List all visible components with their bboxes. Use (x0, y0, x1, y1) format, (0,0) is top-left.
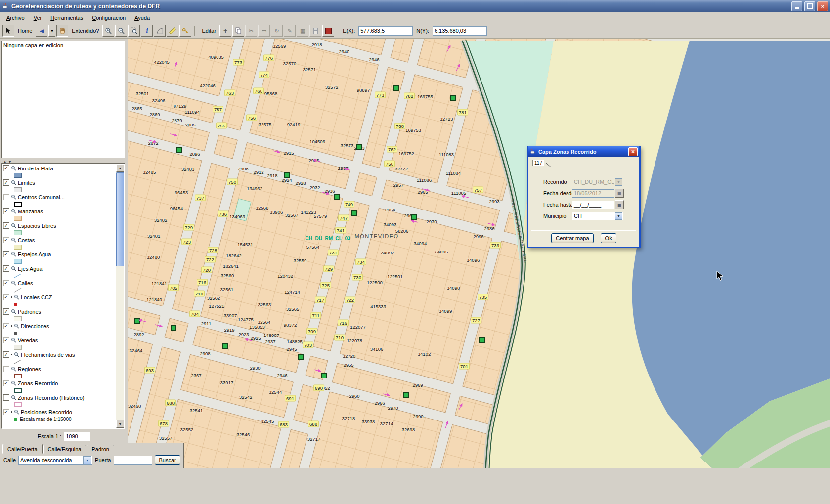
container-marker[interactable] (334, 194, 340, 200)
grid-edit-button[interactable]: ▦ (297, 25, 308, 37)
rotate-feature-button[interactable]: ↻ (271, 25, 283, 37)
zoom-out-button[interactable] (115, 25, 127, 37)
layer-checkbox[interactable]: ✓ (3, 251, 9, 257)
layer-checkbox[interactable]: ✓ (3, 179, 9, 186)
ok-button[interactable]: Ok (601, 233, 616, 243)
layer-checkbox[interactable] (3, 194, 9, 200)
layer-item-espacios-libres[interactable]: ✓Espacios Libres (3, 222, 116, 229)
save-edits-button[interactable] (309, 25, 321, 37)
layer-item-veredas[interactable]: ✓Veredas (3, 336, 116, 344)
extendido-label[interactable]: Extendido? (69, 28, 101, 34)
select-tool-button[interactable] (2, 25, 14, 37)
zoom-in-button[interactable] (102, 25, 114, 37)
add-feature-button[interactable]: + (219, 25, 231, 37)
layer-item-locales-ccz[interactable]: ✓Locales CCZ (3, 294, 116, 301)
menu-ayuda[interactable]: Ayuda (130, 13, 154, 22)
back-button[interactable]: ◀ (36, 25, 47, 37)
menu-herramientas[interactable]: Herramientas (46, 13, 87, 22)
y-coordinate-field[interactable] (433, 26, 487, 36)
home-label[interactable]: Home (15, 28, 35, 34)
layer-item-rio-de-la-plata[interactable]: ✓Rio de la Plata (3, 165, 116, 172)
layer-item-ejes-agua[interactable]: ✓Ejes Agua (3, 265, 116, 272)
layer-checkbox[interactable]: ✓ (3, 280, 9, 286)
layer-item-zonas-recorrido[interactable]: ✓Zonas Recorrido (3, 379, 116, 387)
back-dropdown-button[interactable]: ▼ (48, 25, 55, 37)
container-marker[interactable] (298, 354, 304, 360)
measure-angle-button[interactable] (154, 25, 166, 37)
stop-edit-button[interactable] (322, 25, 334, 37)
container-marker[interactable] (321, 373, 327, 378)
layer-item-manzanas[interactable]: ✓Manzanas (3, 208, 116, 215)
layer-item-direcciones[interactable]: ✓Direcciones (3, 322, 116, 330)
layer-checkbox[interactable]: ✓ (3, 409, 9, 415)
container-marker[interactable] (393, 85, 399, 91)
layer-checkbox[interactable]: ✓ (3, 323, 9, 329)
layer-checkbox[interactable]: ✓ (3, 351, 9, 358)
menu-configuracion[interactable]: Configuracion (87, 13, 130, 22)
layer-item-espejos-agua[interactable]: ✓Espejos Agua (3, 251, 116, 258)
dialog-close-button[interactable]: × (628, 147, 638, 156)
layer-item-costas[interactable]: ✓Costas (3, 236, 116, 244)
key-tool-button[interactable] (179, 25, 191, 37)
layer-checkbox[interactable]: ✓ (3, 222, 9, 229)
dropdown-arrow-icon[interactable]: ▼ (615, 212, 622, 220)
layer-checkbox[interactable]: ✓ (3, 237, 9, 243)
layer-item-zonas-recorrido-hist-rico[interactable]: Zonas Recorrido (Histórico) (3, 394, 116, 401)
centrar-mapa-button[interactable]: Centrar mapa (551, 233, 593, 243)
layer-item-calles[interactable]: ✓Calles (3, 279, 116, 287)
geometry-edit-button[interactable]: ▭ (258, 25, 270, 37)
layer-checkbox[interactable]: ✓ (3, 294, 9, 300)
layer-item-posiciones-recorrido[interactable]: ✓Posiciones Recorrido (3, 408, 116, 416)
menu-archivo[interactable]: Archivo (2, 13, 29, 22)
municipio-combobox[interactable]: CH▼ (572, 212, 623, 220)
restore-button[interactable] (804, 1, 815, 11)
layer-item-padrones[interactable]: ✓Padrones (3, 308, 116, 315)
layer-checkbox[interactable]: ✓ (3, 208, 9, 214)
container-marker[interactable] (171, 325, 176, 331)
layer-checkbox[interactable]: ✓ (3, 337, 9, 343)
container-marker[interactable] (479, 337, 485, 343)
calendar-button[interactable]: ▦ (615, 200, 624, 209)
scrollbar-thumb[interactable] (116, 172, 124, 266)
calle-combobox[interactable]: Avenida desconocida ▼ (18, 456, 92, 465)
layer-item-regiones[interactable]: Regiones (3, 365, 116, 373)
container-marker[interactable] (351, 210, 357, 216)
layer-item-centros-comunal[interactable]: Centros Comunal... (3, 193, 116, 201)
tab-calle-puerta[interactable]: Calle/Puerta (2, 444, 43, 454)
scale-input[interactable] (64, 432, 90, 441)
layer-checkbox[interactable]: ✓ (3, 165, 9, 171)
container-marker[interactable] (450, 95, 456, 101)
scroll-down-button[interactable]: ▼ (116, 420, 124, 428)
menu-ver[interactable]: Ver (29, 13, 46, 22)
buscar-button[interactable]: Buscar (155, 455, 180, 465)
container-marker[interactable] (176, 147, 182, 153)
dialog-title-bar[interactable]: Capa Zonas Recorrido × (528, 146, 639, 157)
layer-checkbox[interactable] (3, 394, 9, 401)
layer-item-flechamientos-de-vias[interactable]: ✓Flechamientos de vias (3, 351, 116, 358)
layer-checkbox[interactable]: ✓ (3, 265, 9, 272)
layer-item-limites[interactable]: ✓Limites (3, 179, 116, 186)
pan-tool-button[interactable] (56, 25, 68, 37)
puerta-input[interactable] (114, 456, 152, 465)
layer-checkbox[interactable]: ✓ (3, 380, 9, 386)
close-button[interactable]: × (817, 1, 828, 11)
container-marker[interactable] (356, 144, 362, 150)
scroll-up-button[interactable]: ▲ (116, 164, 124, 172)
calendar-button[interactable]: ▦ (615, 189, 624, 198)
tab-padron[interactable]: Padron (87, 445, 114, 454)
info-tool-button[interactable]: i (141, 25, 153, 37)
container-marker[interactable] (222, 343, 228, 349)
layer-checkbox[interactable] (3, 366, 9, 372)
x-coordinate-field[interactable] (358, 26, 413, 36)
calle-dropdown-icon[interactable]: ▼ (83, 456, 91, 464)
edit-vertex-button[interactable]: ✎ (284, 25, 296, 37)
minimize-button[interactable] (791, 1, 802, 11)
copy-button[interactable] (232, 25, 244, 37)
zoom-box-button[interactable] (128, 25, 140, 37)
cut-button[interactable]: ✂ (245, 25, 257, 37)
measure-distance-button[interactable] (167, 25, 178, 37)
container-marker[interactable] (403, 392, 409, 398)
tab-calle-esquina[interactable]: Calle/Esquina (43, 445, 87, 454)
container-marker[interactable] (284, 172, 290, 178)
layer-checkbox[interactable]: ✓ (3, 308, 9, 315)
